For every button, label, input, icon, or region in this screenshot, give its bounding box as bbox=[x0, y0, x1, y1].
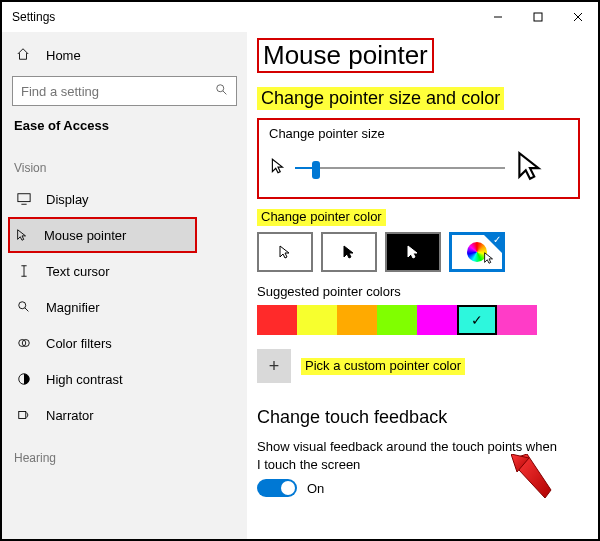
sidebar-home[interactable]: Home bbox=[12, 38, 237, 72]
text-cursor-icon bbox=[16, 264, 32, 278]
settings-window: Settings Home Ease of bbox=[0, 0, 600, 541]
pointer-color-white[interactable] bbox=[257, 232, 313, 272]
small-cursor-icon bbox=[269, 157, 287, 179]
swatch-lime[interactable] bbox=[377, 305, 417, 335]
swatch-pink[interactable] bbox=[497, 305, 537, 335]
sidebar-home-label: Home bbox=[46, 48, 81, 63]
magnifier-icon bbox=[16, 300, 32, 314]
sidebar-item-color-filters[interactable]: Color filters bbox=[12, 325, 237, 361]
pointer-color-black[interactable] bbox=[321, 232, 377, 272]
svg-rect-6 bbox=[18, 194, 30, 202]
search-input[interactable] bbox=[12, 76, 237, 106]
pointer-size-label: Change pointer size bbox=[269, 126, 568, 141]
sidebar-item-text-cursor[interactable]: Text cursor bbox=[12, 253, 237, 289]
pointer-size-slider[interactable] bbox=[295, 158, 505, 178]
pointer-color-options: ✓ bbox=[257, 232, 580, 272]
sidebar-item-label: Text cursor bbox=[46, 264, 110, 279]
maximize-button[interactable] bbox=[518, 2, 558, 32]
svg-line-12 bbox=[25, 308, 29, 312]
display-icon bbox=[16, 192, 32, 206]
sidebar: Home Ease of Access Vision Display bbox=[2, 32, 247, 539]
sidebar-group-vision: Vision bbox=[12, 161, 237, 175]
search-icon bbox=[215, 83, 229, 101]
swatch-red[interactable] bbox=[257, 305, 297, 335]
touch-feedback-desc: Show visual feedback around the touch po… bbox=[257, 438, 557, 473]
color-filters-icon bbox=[16, 336, 32, 350]
swatch-magenta[interactable] bbox=[417, 305, 457, 335]
home-icon bbox=[16, 47, 32, 64]
plus-icon: + bbox=[269, 356, 280, 377]
suggested-colors-label: Suggested pointer colors bbox=[257, 284, 580, 299]
narrator-icon bbox=[16, 408, 32, 422]
pointer-color-label: Change pointer color bbox=[257, 209, 386, 226]
titlebar: Settings bbox=[2, 2, 598, 32]
sidebar-item-label: Mouse pointer bbox=[44, 228, 126, 243]
sidebar-item-label: High contrast bbox=[46, 372, 123, 387]
close-button[interactable] bbox=[558, 2, 598, 32]
custom-color-label: Pick a custom pointer color bbox=[301, 358, 465, 375]
suggested-colors-row: ✓ bbox=[257, 305, 580, 335]
svg-line-5 bbox=[223, 91, 227, 95]
sidebar-group-hearing: Hearing bbox=[12, 451, 237, 465]
sidebar-item-display[interactable]: Display bbox=[12, 181, 237, 217]
toggle-state-label: On bbox=[307, 481, 324, 496]
touch-feedback-header: Change touch feedback bbox=[257, 407, 580, 428]
sidebar-item-label: Display bbox=[46, 192, 89, 207]
pointer-size-group: Change pointer size bbox=[257, 118, 580, 199]
sidebar-item-narrator[interactable]: Narrator bbox=[12, 397, 237, 433]
sidebar-item-label: Magnifier bbox=[46, 300, 99, 315]
svg-rect-1 bbox=[534, 13, 542, 21]
section-size-color: Change pointer size and color bbox=[257, 87, 504, 110]
add-custom-color-button[interactable]: + bbox=[257, 349, 291, 383]
swatch-orange[interactable] bbox=[337, 305, 377, 335]
sidebar-category: Ease of Access bbox=[12, 118, 237, 133]
sidebar-item-magnifier[interactable]: Magnifier bbox=[12, 289, 237, 325]
sidebar-item-label: Narrator bbox=[46, 408, 94, 423]
high-contrast-icon bbox=[16, 372, 32, 386]
window-title: Settings bbox=[12, 10, 55, 24]
pointer-color-custom[interactable]: ✓ bbox=[449, 232, 505, 272]
large-cursor-icon bbox=[513, 149, 547, 187]
swatch-yellow[interactable] bbox=[297, 305, 337, 335]
sidebar-item-mouse-pointer[interactable]: Mouse pointer bbox=[8, 217, 197, 253]
svg-rect-16 bbox=[19, 412, 26, 419]
cursor-icon bbox=[14, 228, 30, 242]
touch-feedback-toggle[interactable] bbox=[257, 479, 297, 497]
minimize-button[interactable] bbox=[478, 2, 518, 32]
page-title: Mouse pointer bbox=[257, 38, 434, 73]
sidebar-item-high-contrast[interactable]: High contrast bbox=[12, 361, 237, 397]
sidebar-item-label: Color filters bbox=[46, 336, 112, 351]
pointer-color-inverted[interactable] bbox=[385, 232, 441, 272]
content-pane: Mouse pointer Change pointer size and co… bbox=[247, 32, 598, 539]
svg-point-11 bbox=[19, 302, 26, 309]
svg-point-4 bbox=[217, 85, 224, 92]
swatch-cyan[interactable]: ✓ bbox=[457, 305, 497, 335]
